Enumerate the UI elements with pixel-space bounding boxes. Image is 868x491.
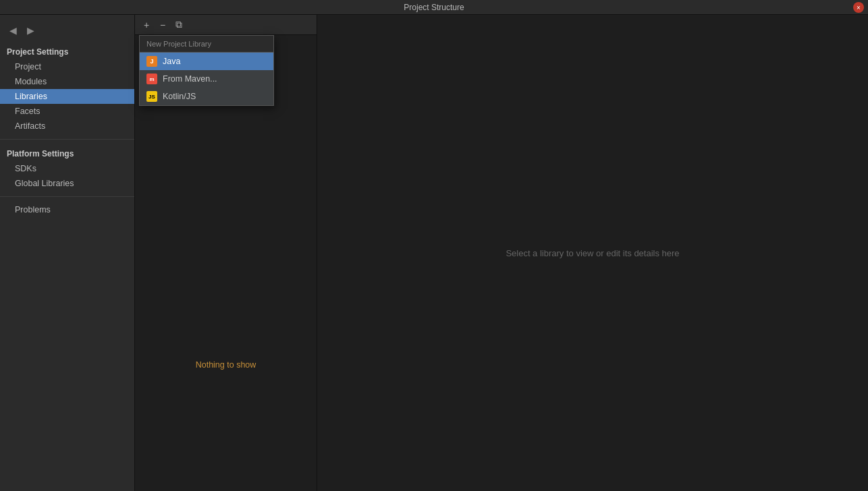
sidebar-divider-2: [0, 196, 134, 197]
platform-settings-header: Platform Settings: [0, 145, 134, 161]
sidebar-item-project[interactable]: Project: [0, 59, 134, 74]
forward-button[interactable]: ▶: [23, 23, 38, 38]
dropdown-item-kotlinjs-label: Kotlin/JS: [163, 92, 196, 101]
toolbar: + − ⧉: [135, 15, 317, 35]
dropdown-item-kotlinjs[interactable]: JS Kotlin/JS: [140, 88, 273, 105]
back-icon: ◀: [9, 25, 17, 36]
sidebar-divider: [0, 139, 134, 140]
sidebar-item-facets[interactable]: Facets: [0, 104, 134, 119]
library-panel: + − ⧉ New Project Library J Java: [135, 15, 317, 491]
sidebar-item-problems-label: Problems: [15, 205, 51, 214]
java-icon: J: [146, 56, 157, 67]
project-settings-header: Project Settings: [0, 43, 134, 59]
main-layout: ◀ ▶ Project Settings Project Modules Lib…: [0, 15, 868, 491]
sidebar: ◀ ▶ Project Settings Project Modules Lib…: [0, 15, 135, 491]
detail-panel: Select a library to view or edit its det…: [317, 15, 868, 491]
close-button[interactable]: ×: [853, 2, 864, 13]
maven-icon: m: [146, 74, 157, 84]
sidebar-item-libraries-label: Libraries: [15, 92, 47, 101]
dropdown-item-java-label: Java: [163, 57, 180, 66]
sidebar-item-sdks[interactable]: SDKs: [0, 161, 134, 176]
sidebar-item-artifacts[interactable]: Artifacts: [0, 119, 134, 134]
dropdown-item-java[interactable]: J Java: [140, 53, 273, 70]
maven-icon-text: m: [149, 76, 154, 82]
detail-placeholder-text: Select a library to view or edit its det…: [506, 248, 679, 258]
dropdown-header: New Project Library: [140, 36, 273, 53]
sidebar-item-project-label: Project: [15, 62, 41, 71]
nav-arrows: ◀ ▶: [0, 20, 134, 43]
content-area: + − ⧉ New Project Library J Java: [135, 15, 868, 491]
window-title: Project Structure: [404, 3, 464, 12]
back-button[interactable]: ◀: [5, 23, 20, 38]
sidebar-item-facets-label: Facets: [15, 107, 40, 116]
js-icon-text: JS: [148, 94, 155, 100]
dropdown-item-maven[interactable]: m From Maven...: [140, 70, 273, 88]
copy-button[interactable]: ⧉: [171, 18, 186, 32]
copy-icon: ⧉: [175, 19, 182, 30]
dropdown-menu: New Project Library J Java m From Maven.…: [139, 35, 274, 106]
sidebar-item-artifacts-label: Artifacts: [15, 121, 45, 131]
sidebar-item-global-libraries-label: Global Libraries: [15, 179, 74, 188]
close-icon: ×: [857, 4, 861, 11]
sidebar-item-problems[interactable]: Problems: [0, 202, 134, 217]
sidebar-item-modules[interactable]: Modules: [0, 74, 134, 89]
add-icon: +: [144, 20, 149, 30]
sidebar-item-modules-label: Modules: [15, 77, 47, 86]
java-icon-text: J: [150, 58, 153, 65]
dropdown-item-maven-label: From Maven...: [163, 74, 217, 84]
sidebar-item-libraries[interactable]: Libraries: [0, 89, 134, 104]
forward-icon: ▶: [27, 25, 34, 36]
sidebar-item-sdks-label: SDKs: [15, 164, 36, 173]
nothing-to-show: Nothing to show: [196, 360, 256, 370]
remove-icon: −: [160, 20, 165, 30]
remove-button[interactable]: −: [155, 18, 170, 32]
title-bar: Project Structure ×: [0, 0, 868, 15]
sidebar-item-global-libraries[interactable]: Global Libraries: [0, 176, 134, 191]
js-icon: JS: [146, 91, 157, 102]
add-button[interactable]: +: [139, 18, 154, 32]
